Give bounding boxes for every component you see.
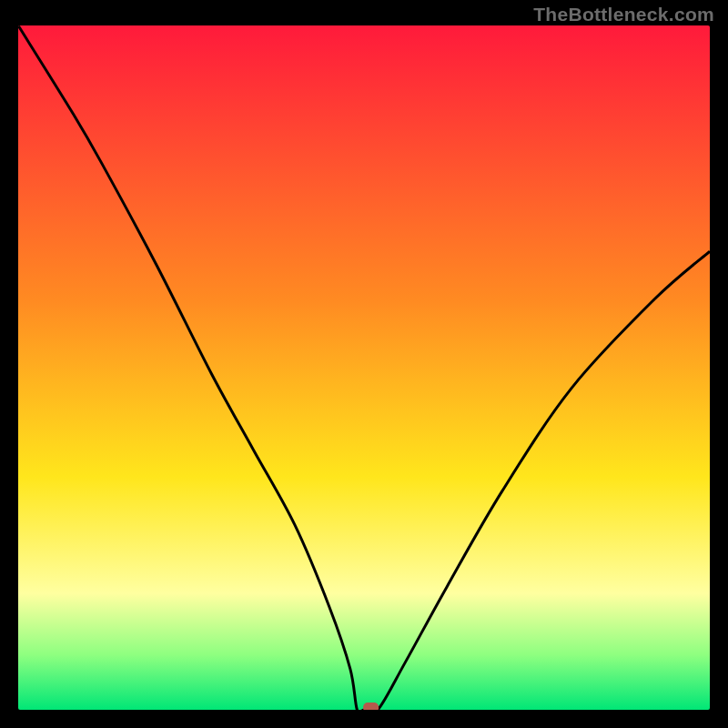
plot-area (18, 25, 710, 710)
watermark-text: TheBottleneck.com (533, 4, 714, 25)
optimal-point-marker (363, 703, 379, 710)
gradient-background (18, 25, 710, 710)
plot-svg (18, 25, 710, 710)
chart-frame: TheBottleneck.com (0, 0, 728, 728)
